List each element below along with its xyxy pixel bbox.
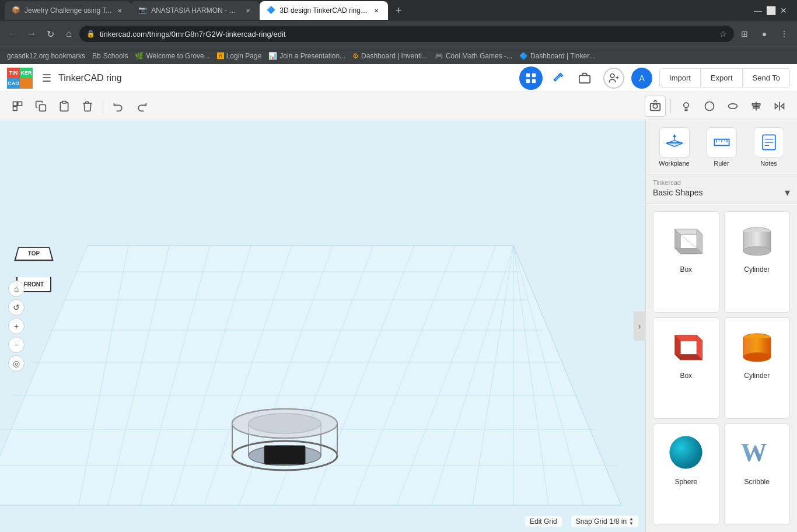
tab3-close[interactable]: ✕ — [372, 6, 381, 15]
hammer-icon-button[interactable] — [546, 66, 569, 90]
compass-button[interactable]: ◎ — [8, 355, 25, 372]
export-button[interactable]: Export — [701, 68, 743, 88]
shape-selector: Tinkercad Basic Shapes ▾ — [646, 174, 797, 204]
tinkercad-logo[interactable]: TIN KER CAD — [7, 68, 33, 89]
new-shape-button[interactable] — [7, 96, 28, 117]
shape-cylinder-gray-label: Cylinder — [744, 265, 770, 274]
tab-anastasia[interactable]: 📷 ANASTASIA HARMON - Photo D... ✕ — [131, 1, 260, 20]
align-tool-button[interactable] — [746, 96, 767, 117]
bookmark-join[interactable]: 📊 Join a Presentation... — [268, 52, 345, 60]
zoom-out-button[interactable]: − — [8, 337, 25, 353]
svg-marker-63 — [666, 140, 682, 146]
shape-box-red[interactable]: Box — [653, 317, 719, 419]
mirror-tool-button[interactable] — [769, 96, 790, 117]
profile-icon[interactable]: ● — [756, 26, 772, 42]
bookmark-login[interactable]: 🅰 Login Page — [217, 52, 262, 60]
shape-sphere-label: Sphere — [674, 478, 697, 486]
hamburger-menu-icon[interactable]: ☰ — [42, 72, 51, 85]
light-bulb-icon[interactable] — [676, 96, 697, 117]
viewport-controls: ⌂ ↺ + − ◎ — [8, 281, 25, 372]
ruler-panel-item[interactable]: Ruler — [704, 127, 739, 167]
home-button[interactable]: ⌂ — [61, 26, 77, 42]
grid-view-button[interactable] — [519, 66, 543, 90]
svg-marker-23 — [781, 103, 784, 108]
panel-top-icons: Workplane Ruler — [646, 120, 797, 174]
svg-point-16 — [705, 102, 714, 110]
shapes-dropdown-icon[interactable]: ▾ — [785, 186, 790, 199]
tab-jewelry[interactable]: 📦 Jewelry Challenge using T... ✕ — [5, 1, 131, 20]
home-view-button[interactable]: ⌂ — [8, 281, 25, 297]
workplane-icon[interactable] — [659, 127, 690, 158]
new-tab-button[interactable]: + — [390, 2, 407, 19]
bookmark-gcasdk[interactable]: gcasdk12.org bookmarks — [7, 52, 85, 60]
bookmark-schools[interactable]: Bb Schools — [92, 52, 128, 60]
ruler-icon[interactable] — [707, 127, 737, 158]
shape-cylinder-orange[interactable]: Cylinder — [724, 317, 791, 419]
menu-icon[interactable]: ⋮ — [776, 26, 792, 42]
notes-icon[interactable] — [754, 127, 784, 158]
hole-tool-button[interactable] — [722, 96, 743, 117]
svg-marker-26 — [0, 246, 621, 505]
tab2-close[interactable]: ✕ — [243, 6, 253, 15]
notes-label: Notes — [760, 160, 777, 167]
shape-cylinder-gray-preview — [733, 216, 780, 263]
panel-collapse-handle[interactable]: › — [634, 312, 645, 341]
snap-grid-stepper[interactable]: ▲ ▼ — [629, 517, 634, 526]
viewport-bottom-bar: Edit Grid Snap Grid 1/8 in ▲ ▼ — [0, 511, 645, 532]
svg-rect-3 — [532, 79, 536, 82]
shape-cylinder-gray[interactable]: Cylinder — [724, 211, 791, 313]
tab1-close[interactable]: ✕ — [115, 6, 124, 15]
logo-tl: TIN — [7, 68, 20, 78]
refresh-button[interactable]: ↻ — [42, 26, 58, 42]
add-user-button[interactable] — [603, 68, 624, 89]
bookmark-star-icon[interactable]: ☆ — [719, 29, 727, 38]
undo-button[interactable] — [108, 96, 129, 117]
delete-button[interactable] — [77, 96, 98, 117]
svg-point-61 — [232, 409, 337, 438]
bookmark-coolmath-label: Cool Math Games -... — [446, 52, 512, 60]
copy-button[interactable] — [30, 96, 51, 117]
bookmark-dashboard-inv-label: Dashboard | Inventi... — [361, 52, 428, 60]
shape-sphere-blue[interactable]: Sphere — [653, 424, 719, 525]
import-button[interactable]: Import — [659, 68, 701, 88]
notes-panel-item[interactable]: Notes — [751, 127, 786, 167]
zoom-in-button[interactable]: + — [8, 318, 25, 334]
back-button[interactable]: ← — [5, 26, 21, 42]
shape-box-gray[interactable]: Box — [653, 211, 719, 313]
paste-button[interactable] — [54, 96, 75, 117]
orbit-button[interactable]: ↺ — [8, 299, 25, 316]
briefcase-icon-button[interactable] — [573, 66, 596, 90]
shape-scribble[interactable]: W Scribble — [724, 424, 791, 525]
bookmark-login-label: Login Page — [226, 52, 262, 60]
maximize-button[interactable]: ⬜ — [767, 6, 775, 15]
svg-rect-9 — [18, 102, 22, 106]
tab-tinkercad[interactable]: 🔷 3D design TinkerCAD ring | Tink... ✕ — [260, 1, 388, 20]
send-to-button[interactable]: Send To — [743, 68, 790, 88]
right-panel: Workplane Ruler — [645, 120, 797, 532]
camera-view-button[interactable] — [645, 96, 666, 117]
tab2-favicon: 📷 — [138, 6, 148, 15]
bookmark-gcasdk-label: gcasdk12.org bookmarks — [7, 52, 85, 60]
redo-button[interactable] — [131, 96, 152, 117]
viewport[interactable]: TOP FRONT ⌂ ↺ + − ◎ › Edit Grid — [0, 120, 645, 532]
forward-button[interactable]: → — [23, 26, 40, 42]
close-window-button[interactable]: ✕ — [779, 6, 788, 15]
snap-down-arrow[interactable]: ▼ — [629, 522, 634, 526]
bookmark-dashboard-tink[interactable]: 🔷 Dashboard | Tinker... — [519, 52, 595, 60]
svg-rect-8 — [13, 102, 18, 106]
extensions-icon[interactable]: ⊞ — [736, 26, 753, 42]
view-cube-top[interactable]: TOP — [14, 247, 53, 261]
shape-box-gray-preview — [663, 216, 709, 263]
logo-br — [20, 78, 33, 89]
shape-tool-button[interactable] — [699, 96, 720, 117]
user-avatar[interactable]: A — [631, 68, 652, 89]
toolbar-divider — [103, 99, 103, 113]
workplane-panel-item[interactable]: Workplane — [657, 127, 692, 167]
bookmark-grove[interactable]: 🌿 Welcome to Grove... — [135, 52, 209, 60]
bookmark-dashboard-inv[interactable]: ⚙ Dashboard | Inventi... — [352, 52, 428, 60]
address-bar[interactable]: 🔒 tinkercad.com/things/0mrG8n7rG2W-tinke… — [79, 26, 734, 42]
bookmark-coolmath[interactable]: 🎮 Cool Math Games -... — [435, 52, 512, 60]
minimize-button[interactable]: — — [754, 6, 762, 15]
shape-cylinder-orange-label: Cylinder — [744, 372, 770, 380]
edit-grid-button[interactable]: Edit Grid — [525, 516, 562, 527]
